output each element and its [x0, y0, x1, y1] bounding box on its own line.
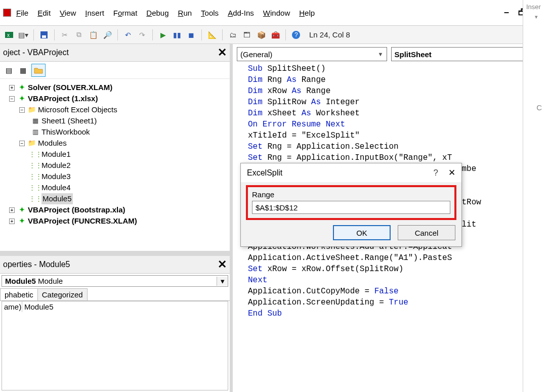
properties-object-selector[interactable]: Module5 Module ▾ [2, 275, 228, 287]
module-icon: ⋮⋮ [31, 172, 39, 181]
tree-node-thisworkbook[interactable]: ▥ThisWorkbook [2, 126, 228, 138]
view-object-icon[interactable]: ▦ [17, 65, 28, 76]
break-icon[interactable]: ▮▮ [171, 29, 183, 41]
tree-node-vbaproject[interactable]: −✦VBAProject (1.xlsx) [2, 93, 228, 104]
cancel-button[interactable]: Cancel [398, 225, 455, 240]
undo-icon[interactable]: ↶ [122, 29, 134, 41]
redo-icon[interactable]: ↷ [136, 29, 148, 41]
cursor-position: Ln 24, Col 8 [309, 30, 350, 39]
cut-icon[interactable]: ✂ [59, 29, 71, 41]
menu-run[interactable]: Run [178, 9, 192, 17]
menu-window[interactable]: Window [263, 9, 290, 17]
procedure-combo[interactable]: SplitSheet▼ [391, 47, 541, 61]
tree-node-module1[interactable]: ⋮⋮Module1 [2, 149, 228, 160]
main-toolbar: x ▤▾ ✂ ⧉ 📋 🔎 ↶ ↷ ▶ ▮▮ ◼ 📐 🗂 🗔 📦 🧰 ? Ln 2… [0, 26, 549, 44]
svg-text:x: x [7, 32, 10, 38]
ok-button[interactable]: OK [333, 225, 391, 240]
folder-icon: 📁 [28, 106, 36, 114]
toggle-folders-icon[interactable] [31, 64, 46, 77]
tree-node-sheet1[interactable]: ▦Sheet1 (Sheet1) [2, 115, 228, 126]
expand-icon[interactable]: + [9, 85, 15, 91]
collapse-icon[interactable]: − [9, 96, 15, 102]
project-explorer-close-icon[interactable]: ✕ [218, 46, 227, 59]
tree-node-solver[interactable]: +✦Solver (SOLVER.XLAM) [2, 82, 228, 93]
module-icon: ⋮⋮ [31, 195, 39, 203]
tree-node-module2[interactable]: ⋮⋮Module2 [2, 160, 228, 171]
save-icon[interactable] [38, 29, 50, 41]
tree-node-modules-folder[interactable]: −📁Modules [2, 138, 228, 149]
range-input[interactable] [252, 201, 450, 214]
module-icon: ⋮⋮ [31, 161, 39, 169]
property-value[interactable]: Module5 [22, 301, 228, 312]
menu-insert[interactable]: Insert [85, 9, 104, 17]
run-icon[interactable]: ▶ [157, 29, 169, 41]
properties-panel-close-icon[interactable]: ✕ [218, 258, 227, 271]
properties-tabs: phabetic Categorized [0, 288, 230, 301]
ribbon-tab-label: Inser [523, 0, 549, 14]
menu-help[interactable]: Help [299, 9, 315, 17]
inputbox-dialog: ExcelSplit ? ✕ Range OK Cancel [240, 163, 462, 247]
tab-alphabetic[interactable]: phabetic [0, 288, 38, 300]
tab-categorized[interactable]: Categorized [37, 288, 88, 300]
worksheet-icon: ▦ [31, 117, 39, 125]
project-explorer-icon[interactable]: 🗂 [227, 29, 239, 41]
menu-view[interactable]: View [60, 9, 76, 17]
tree-node-module5[interactable]: ⋮⋮Module5 [2, 193, 228, 204]
view-dropdown-icon[interactable]: ▤▾ [17, 29, 29, 41]
collapse-icon[interactable]: − [19, 141, 25, 146]
dialog-title: ExcelSplit [247, 168, 282, 178]
toolbox-icon[interactable]: 🧰 [269, 29, 281, 41]
properties-window-icon[interactable]: 🗔 [241, 29, 253, 41]
expand-icon[interactable]: + [9, 219, 15, 224]
property-row-name[interactable]: ame) Module5 [2, 301, 228, 312]
copy-icon[interactable]: ⧉ [73, 29, 85, 41]
folder-icon: 📁 [28, 139, 36, 147]
object-browser-icon[interactable]: 📦 [255, 29, 267, 41]
chevron-down-icon[interactable]: ▼ [378, 51, 384, 57]
tree-node-module3[interactable]: ⋮⋮Module3 [2, 171, 228, 182]
help-icon[interactable]: ? [290, 29, 302, 41]
minimize-button[interactable]: – [504, 7, 509, 18]
paste-icon[interactable]: 📋 [87, 29, 99, 41]
excel-icon[interactable]: x [3, 29, 15, 41]
menu-debug[interactable]: Debug [146, 9, 168, 17]
app-icon [3, 9, 11, 17]
expand-icon[interactable]: + [9, 207, 15, 213]
design-mode-icon[interactable]: 📐 [206, 29, 218, 41]
menu-file[interactable]: File [16, 9, 28, 17]
properties-grid[interactable]: ame) Module5 [2, 301, 228, 390]
dialog-close-icon[interactable]: ✕ [448, 167, 455, 178]
module-icon: ⋮⋮ [31, 150, 39, 158]
column-header: C [536, 103, 542, 112]
object-combo[interactable]: (General)▼ [237, 47, 387, 61]
find-icon[interactable]: 🔎 [101, 29, 113, 41]
project-icon: ✦ [18, 95, 26, 103]
project-tree[interactable]: +✦Solver (SOLVER.XLAM) −✦VBAProject (1.x… [0, 79, 230, 251]
tree-node-excel-objects[interactable]: −📁Microsoft Excel Objects [2, 104, 228, 115]
project-explorer-header: oject - VBAProject ✕ [0, 44, 230, 62]
chevron-down-icon[interactable]: ▾ [217, 277, 228, 286]
menu-tools[interactable]: Tools [201, 9, 219, 17]
chevron-down-icon: ▾ [523, 14, 549, 20]
tree-node-funcres[interactable]: +✦VBAProject (FUNCRES.XLAM) [2, 215, 228, 227]
project-explorer-title: oject - VBAProject [3, 48, 69, 57]
workbook-icon: ▥ [31, 128, 39, 136]
dialog-help-icon[interactable]: ? [434, 168, 438, 178]
menu-format[interactable]: Format [113, 9, 138, 17]
project-icon: ✦ [18, 206, 26, 214]
tree-node-module4[interactable]: ⋮⋮Module4 [2, 182, 228, 193]
collapse-icon[interactable]: − [19, 107, 25, 113]
properties-panel: operties - Module5 ✕ Module5 Module ▾ ph… [0, 256, 230, 392]
menu-edit[interactable]: Edit [37, 9, 51, 17]
menu-addins[interactable]: Add-Ins [228, 9, 254, 17]
properties-object-type: Module [36, 277, 63, 285]
dialog-titlebar[interactable]: ExcelSplit ? ✕ [241, 163, 461, 182]
menu-bar: File Edit View Insert Format Debug Run T… [0, 0, 549, 26]
properties-object-name: Module5 [5, 277, 36, 285]
reset-icon[interactable]: ◼ [185, 29, 197, 41]
horizontal-splitter[interactable] [0, 251, 230, 256]
view-code-icon[interactable]: ▤ [3, 65, 14, 76]
project-icon: ✦ [18, 217, 26, 225]
tree-node-bootstrap[interactable]: +✦VBAProject (Bootstrap.xla) [2, 204, 228, 215]
svg-rect-3 [42, 35, 46, 38]
